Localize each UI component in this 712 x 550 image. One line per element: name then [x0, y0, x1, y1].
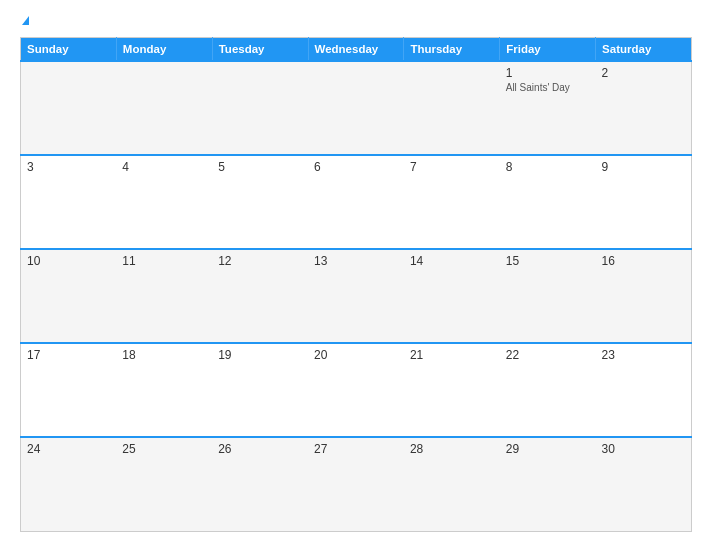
- calendar-cell: 19: [212, 343, 308, 437]
- week-row: 1All Saints' Day2: [21, 61, 692, 155]
- calendar-cell: 2: [596, 61, 692, 155]
- calendar-cell: 16: [596, 249, 692, 343]
- day-header-sunday: Sunday: [21, 38, 117, 62]
- calendar-cell: 18: [116, 343, 212, 437]
- calendar-cell: 30: [596, 437, 692, 531]
- day-number: 30: [602, 442, 685, 456]
- day-number: 24: [27, 442, 110, 456]
- day-number: 8: [506, 160, 590, 174]
- calendar-header: SundayMondayTuesdayWednesdayThursdayFrid…: [21, 38, 692, 62]
- calendar-cell: 29: [500, 437, 596, 531]
- calendar-cell: 1All Saints' Day: [500, 61, 596, 155]
- holiday-label: All Saints' Day: [506, 82, 590, 93]
- day-number: 7: [410, 160, 494, 174]
- calendar-table: SundayMondayTuesdayWednesdayThursdayFrid…: [20, 37, 692, 532]
- day-header-monday: Monday: [116, 38, 212, 62]
- day-number: 27: [314, 442, 398, 456]
- calendar-cell: 17: [21, 343, 117, 437]
- day-number: 6: [314, 160, 398, 174]
- day-number: 26: [218, 442, 302, 456]
- day-header-friday: Friday: [500, 38, 596, 62]
- calendar-cell: 14: [404, 249, 500, 343]
- calendar-cell: 4: [116, 155, 212, 249]
- calendar-cell: [21, 61, 117, 155]
- calendar-cell: 22: [500, 343, 596, 437]
- calendar-cell: 26: [212, 437, 308, 531]
- calendar-cell: [116, 61, 212, 155]
- calendar-cell: 11: [116, 249, 212, 343]
- calendar-cell: 23: [596, 343, 692, 437]
- week-row: 17181920212223: [21, 343, 692, 437]
- day-header-thursday: Thursday: [404, 38, 500, 62]
- calendar-cell: 15: [500, 249, 596, 343]
- day-number: 20: [314, 348, 398, 362]
- day-number: 3: [27, 160, 110, 174]
- day-number: 22: [506, 348, 590, 362]
- calendar-cell: 9: [596, 155, 692, 249]
- day-number: 10: [27, 254, 110, 268]
- week-row: 3456789: [21, 155, 692, 249]
- calendar-cell: 8: [500, 155, 596, 249]
- day-number: 28: [410, 442, 494, 456]
- days-of-week-row: SundayMondayTuesdayWednesdayThursdayFrid…: [21, 38, 692, 62]
- calendar-cell: 20: [308, 343, 404, 437]
- day-header-tuesday: Tuesday: [212, 38, 308, 62]
- day-number: 5: [218, 160, 302, 174]
- week-row: 24252627282930: [21, 437, 692, 531]
- day-number: 16: [602, 254, 685, 268]
- calendar-cell: 12: [212, 249, 308, 343]
- day-number: 23: [602, 348, 685, 362]
- calendar-cell: 27: [308, 437, 404, 531]
- day-number: 14: [410, 254, 494, 268]
- day-number: 19: [218, 348, 302, 362]
- calendar-page: SundayMondayTuesdayWednesdayThursdayFrid…: [0, 0, 712, 550]
- day-number: 13: [314, 254, 398, 268]
- calendar-cell: [212, 61, 308, 155]
- calendar-cell: 7: [404, 155, 500, 249]
- day-number: 9: [602, 160, 685, 174]
- week-row: 10111213141516: [21, 249, 692, 343]
- logo-triangle-icon: [22, 16, 29, 25]
- calendar-cell: 21: [404, 343, 500, 437]
- day-number: 17: [27, 348, 110, 362]
- calendar-cell: 13: [308, 249, 404, 343]
- day-number: 1: [506, 66, 590, 80]
- calendar-body: 1All Saints' Day234567891011121314151617…: [21, 61, 692, 532]
- calendar-cell: 10: [21, 249, 117, 343]
- day-number: 15: [506, 254, 590, 268]
- day-number: 4: [122, 160, 206, 174]
- calendar-cell: 25: [116, 437, 212, 531]
- calendar-cell: 6: [308, 155, 404, 249]
- header: [20, 18, 692, 27]
- calendar-cell: 5: [212, 155, 308, 249]
- day-header-wednesday: Wednesday: [308, 38, 404, 62]
- day-header-saturday: Saturday: [596, 38, 692, 62]
- day-number: 11: [122, 254, 206, 268]
- day-number: 2: [602, 66, 685, 80]
- day-number: 12: [218, 254, 302, 268]
- calendar-cell: [308, 61, 404, 155]
- day-number: 25: [122, 442, 206, 456]
- calendar-cell: 24: [21, 437, 117, 531]
- logo: [20, 18, 29, 27]
- calendar-cell: 28: [404, 437, 500, 531]
- day-number: 18: [122, 348, 206, 362]
- day-number: 29: [506, 442, 590, 456]
- calendar-cell: 3: [21, 155, 117, 249]
- day-number: 21: [410, 348, 494, 362]
- calendar-cell: [404, 61, 500, 155]
